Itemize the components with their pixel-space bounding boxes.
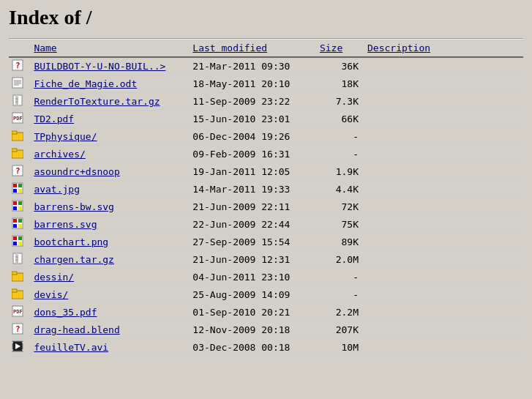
file-description <box>364 286 523 304</box>
file-link[interactable]: feuilleTV.avi <box>34 342 108 353</box>
svg-text:PDF: PDF <box>13 116 23 122</box>
file-modified: 09-Feb-2009 16:31 <box>190 146 317 163</box>
file-name[interactable]: devis/ <box>31 286 190 304</box>
svg-rect-16 <box>12 131 17 134</box>
file-name[interactable]: bootchart.png <box>31 234 190 251</box>
svg-rect-50 <box>12 289 17 292</box>
file-modified: 04-Jun-2011 23:10 <box>190 269 317 286</box>
file-name[interactable]: chargen.tar.gz <box>31 251 190 269</box>
file-link[interactable]: dons_35.pdf <box>34 307 97 318</box>
file-icon <box>9 339 31 357</box>
svg-rect-25 <box>18 189 22 193</box>
file-link[interactable]: bootchart.png <box>34 236 108 247</box>
table-row: Fiche_de_Magie.odt18-May-2011 20:1018K <box>9 75 523 93</box>
file-icon <box>9 234 31 251</box>
file-size: 2.2M <box>317 304 364 321</box>
file-link[interactable]: Fiche_de_Magie.odt <box>34 78 137 89</box>
file-size: - <box>317 286 364 304</box>
file-link[interactable]: devis/ <box>34 289 68 300</box>
file-description <box>364 269 523 286</box>
file-icon <box>9 216 31 234</box>
col-desc-header[interactable]: Description <box>364 40 523 57</box>
file-description <box>364 198 523 216</box>
col-name-sort-link[interactable]: Name <box>34 42 56 53</box>
file-modified: 01-Sep-2010 20:21 <box>190 304 317 321</box>
file-description <box>364 128 523 146</box>
file-icon <box>9 93 31 111</box>
file-size: 2.0M <box>317 251 364 269</box>
file-size: - <box>317 269 364 286</box>
file-size: 72K <box>317 198 364 216</box>
file-link[interactable]: TPphysique/ <box>34 131 97 142</box>
svg-rect-29 <box>13 206 17 210</box>
file-name[interactable]: drag-head.blend <box>31 321 190 339</box>
file-name[interactable]: archives/ <box>31 146 190 163</box>
file-modified: 21-Jun-2009 22:11 <box>190 198 317 216</box>
col-size-sort-link[interactable]: Size <box>320 42 342 53</box>
file-link[interactable]: dessin/ <box>34 272 74 283</box>
file-link[interactable]: TD2.pdf <box>34 113 74 124</box>
file-description <box>364 304 523 321</box>
file-name[interactable]: avat.jpg <box>31 181 190 198</box>
file-icon <box>9 198 31 216</box>
file-link[interactable]: barrens.svg <box>34 219 97 230</box>
file-link[interactable]: archives/ <box>34 149 85 160</box>
file-link[interactable]: BUILDBOT-Y-U-NO-BUIL..> <box>34 61 165 72</box>
file-modified: 14-Mar-2011 19:33 <box>190 181 317 198</box>
file-name[interactable]: BUILDBOT-Y-U-NO-BUIL..> <box>31 57 190 75</box>
file-name[interactable]: TPphysique/ <box>31 128 190 146</box>
col-modified-header[interactable]: Last modified <box>190 40 317 57</box>
file-name[interactable]: TD2.pdf <box>31 111 190 128</box>
file-modified: 27-Sep-2009 15:54 <box>190 234 317 251</box>
file-description <box>364 57 523 75</box>
file-link[interactable]: RenderToTexture.tar.gz <box>34 96 160 107</box>
file-link[interactable]: asoundrc+dsnoop <box>34 166 119 177</box>
file-description <box>364 181 523 198</box>
file-size: 4.4K <box>317 181 364 198</box>
svg-rect-30 <box>18 206 22 210</box>
file-size: 36K <box>317 57 364 75</box>
file-description <box>364 93 523 111</box>
col-name-header[interactable]: Name <box>31 40 190 57</box>
file-name[interactable]: asoundrc+dsnoop <box>31 163 190 181</box>
file-icon <box>9 251 31 269</box>
file-size: 10M <box>317 339 364 357</box>
table-row: ? BUILDBOT-Y-U-NO-BUIL..>21-Mar-2011 09:… <box>9 57 523 75</box>
table-row: barrens-bw.svg21-Jun-2009 22:1172K <box>9 198 523 216</box>
svg-rect-46 <box>15 259 18 261</box>
svg-rect-37 <box>13 236 17 240</box>
file-description <box>364 111 523 128</box>
col-desc-sort-link[interactable]: Description <box>367 42 430 53</box>
file-description <box>364 251 523 269</box>
file-modified: 25-Aug-2009 14:09 <box>190 286 317 304</box>
svg-rect-24 <box>13 189 17 193</box>
file-name[interactable]: Fiche_de_Magie.odt <box>31 75 190 93</box>
file-link[interactable]: chargen.tar.gz <box>34 254 114 265</box>
file-icon <box>9 269 31 286</box>
file-modified: 06-Dec-2004 19:26 <box>190 128 317 146</box>
file-name[interactable]: feuilleTV.avi <box>31 339 190 357</box>
file-name[interactable]: barrens-bw.svg <box>31 198 190 216</box>
table-row: PDF dons_35.pdf01-Sep-2010 20:212.2M <box>9 304 523 321</box>
file-description <box>364 339 523 357</box>
table-row: bootchart.png27-Sep-2009 15:5489K <box>9 234 523 251</box>
file-link[interactable]: barrens-bw.svg <box>34 201 114 212</box>
col-size-header[interactable]: Size <box>317 40 364 57</box>
file-name[interactable]: dons_35.pdf <box>31 304 190 321</box>
file-name[interactable]: dessin/ <box>31 269 190 286</box>
file-modified: 11-Sep-2009 23:22 <box>190 93 317 111</box>
file-name[interactable]: RenderToTexture.tar.gz <box>31 93 190 111</box>
file-description <box>364 75 523 93</box>
file-name[interactable]: barrens.svg <box>31 216 190 234</box>
svg-rect-27 <box>13 201 17 205</box>
col-modified-sort-link[interactable]: Last modified <box>192 42 267 53</box>
table-header-row: Name Last modified Size Description <box>9 40 523 57</box>
file-size: 75K <box>317 216 364 234</box>
file-link[interactable]: drag-head.blend <box>34 324 119 335</box>
svg-rect-28 <box>18 201 22 205</box>
file-icon <box>9 128 31 146</box>
svg-rect-12 <box>15 101 18 102</box>
file-link[interactable]: avat.jpg <box>34 184 80 195</box>
svg-text:PDF: PDF <box>13 309 23 315</box>
page-heading: Index of / <box>9 6 523 29</box>
